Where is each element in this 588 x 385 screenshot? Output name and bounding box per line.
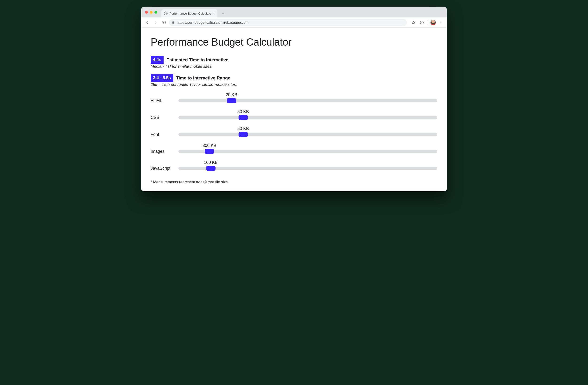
tti-range-row: 3.4 - 5.5s Time to Interactive Range [151, 74, 437, 82]
sliders-group: HTML20 KBCSS50 KBFont50 KBImages300 KBJa… [151, 92, 437, 177]
browser-tab[interactable]: Performance Budget Calculato × [162, 9, 217, 17]
forward-button[interactable] [152, 19, 159, 26]
slider-track-bg [178, 133, 437, 136]
lock-icon [172, 21, 175, 24]
tti-range-badge: 3.4 - 5.5s [151, 74, 173, 82]
svg-point-3 [441, 22, 441, 23]
back-button[interactable] [144, 19, 151, 26]
tti-range-sub: 25th - 75th percentile TTI for similar m… [151, 82, 437, 87]
svg-point-2 [441, 21, 441, 22]
slider-value-label: 50 KB [237, 109, 249, 114]
slider-track-bg [178, 150, 437, 153]
tti-estimate-row: 4.4s Estimated Time to Interactive [151, 56, 437, 64]
slider-thumb[interactable] [227, 98, 236, 103]
address-bar[interactable]: https://perf-budget-calculator.firebasea… [169, 19, 407, 26]
reload-button[interactable] [161, 19, 168, 26]
slider-track[interactable]: 100 KB [178, 164, 437, 173]
close-window-button[interactable] [145, 11, 148, 14]
slider-row: Font50 KB [151, 126, 437, 143]
new-tab-button[interactable]: + [220, 10, 226, 17]
tti-estimate-label: Estimated Time to Interactive [166, 57, 229, 63]
slider-label: Images [151, 149, 174, 154]
slider-track-bg [178, 167, 437, 170]
slider-label: HTML [151, 98, 174, 103]
tti-estimate-badge: 4.4s [151, 56, 164, 64]
tti-estimate-sub: Median TTI for similar mobile sites. [151, 64, 437, 69]
slider-row: Images300 KB [151, 143, 437, 160]
browser-window: Performance Budget Calculato × + https:/… [141, 7, 447, 191]
slider-thumb[interactable] [205, 149, 214, 154]
page-content: Performance Budget Calculator 4.4s Estim… [141, 28, 447, 191]
slider-row: JavaScript100 KB [151, 160, 437, 177]
slider-value-label: 20 KB [226, 92, 237, 97]
slider-track-bg [178, 99, 437, 102]
slider-thumb[interactable] [239, 132, 248, 137]
slider-track[interactable]: 50 KB [178, 130, 437, 139]
tti-range-label: Time to Interactive Range [176, 75, 230, 81]
profile-avatar[interactable] [430, 20, 436, 25]
slider-track[interactable]: 300 KB [178, 147, 437, 156]
slider-value-label: 100 KB [204, 160, 218, 165]
page-title: Performance Budget Calculator [151, 36, 437, 48]
maximize-window-button[interactable] [154, 11, 157, 14]
slider-track[interactable]: 50 KB [178, 113, 437, 122]
kebab-menu-icon[interactable] [437, 19, 444, 26]
globe-icon [164, 12, 168, 15]
footnote: * Measurements represent transferred fil… [151, 180, 437, 184]
slider-value-label: 300 KB [203, 143, 216, 148]
url-text: https://perf-budget-calculator.firebasea… [177, 21, 248, 24]
window-controls [144, 7, 160, 17]
slider-thumb[interactable] [206, 166, 215, 171]
slider-label: JavaScript [151, 166, 174, 171]
browser-toolbar: https://perf-budget-calculator.firebasea… [141, 17, 447, 28]
slider-label: CSS [151, 115, 174, 120]
bookmark-star-icon[interactable] [410, 19, 417, 26]
minimize-window-button[interactable] [150, 11, 152, 14]
slider-track-bg [178, 116, 437, 119]
tab-title: Performance Budget Calculato [169, 12, 211, 15]
svg-point-4 [441, 23, 441, 24]
slider-label: Font [151, 132, 174, 137]
toolbar-separator [428, 20, 428, 25]
slider-row: CSS50 KB [151, 109, 437, 126]
slider-value-label: 50 KB [237, 126, 249, 131]
info-icon[interactable] [418, 19, 425, 26]
slider-track[interactable]: 20 KB [178, 96, 437, 105]
slider-row: HTML20 KB [151, 92, 437, 109]
tab-strip: Performance Budget Calculato × + [141, 7, 447, 17]
slider-thumb[interactable] [239, 115, 248, 120]
close-tab-icon[interactable]: × [213, 12, 215, 15]
